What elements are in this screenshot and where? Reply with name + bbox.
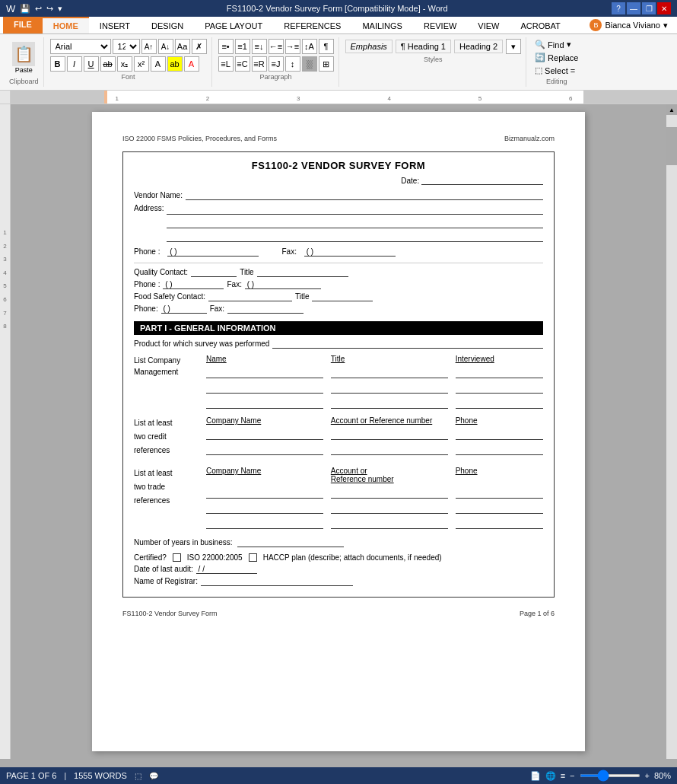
mgmt-title-2[interactable] (331, 383, 448, 394)
trade-company-2[interactable] (206, 503, 323, 514)
strikethrough-button[interactable]: ab (100, 56, 116, 72)
tab-mailings[interactable]: MAILINGS (351, 17, 413, 33)
vertical-scrollbar[interactable]: ▲ (666, 104, 677, 759)
text-effect-button[interactable]: A (151, 56, 166, 72)
font-color-button[interactable]: A (184, 56, 199, 72)
italic-button[interactable]: I (67, 56, 82, 72)
undo-icon[interactable]: ↩ (35, 4, 42, 13)
style-heading1[interactable]: ¶ Heading 1 (396, 40, 451, 53)
mgmt-title-3[interactable] (331, 398, 448, 409)
scroll-up-button[interactable]: ▲ (666, 104, 677, 115)
credit-phone-2[interactable] (456, 445, 543, 455)
credit-account-2[interactable] (331, 445, 448, 455)
decrease-indent-button[interactable]: ←≡ (269, 39, 284, 54)
font-shrink-button[interactable]: A↓ (158, 39, 173, 54)
quality-title-field[interactable] (257, 268, 348, 277)
tab-insert[interactable]: INSERT (89, 17, 141, 33)
tab-file[interactable]: FILE (3, 17, 43, 33)
credit-phone-1[interactable] (456, 429, 543, 440)
haccp-checkbox[interactable] (249, 553, 257, 562)
mgmt-interviewed-1[interactable] (456, 368, 543, 378)
align-right-button[interactable]: ≡R (252, 56, 267, 72)
help-icon[interactable]: ? (612, 2, 625, 14)
styles-more-button[interactable]: ▾ (506, 39, 521, 54)
iso-checkbox[interactable] (173, 553, 181, 562)
superscript-button[interactable]: x² (134, 56, 149, 72)
align-center-button[interactable]: ≡C (235, 56, 250, 72)
clear-format-button[interactable]: ✗ (192, 39, 207, 54)
increase-indent-button[interactable]: →≡ (285, 39, 300, 54)
trade-phone-1[interactable] (456, 488, 543, 499)
redo-icon[interactable]: ↪ (46, 4, 53, 13)
food-safety-field[interactable] (208, 292, 292, 301)
food-safety-title-field[interactable] (312, 292, 373, 301)
food-fax-field[interactable] (227, 304, 304, 314)
date-field[interactable] (421, 176, 543, 185)
shading-button[interactable]: ░ (302, 56, 317, 72)
mgmt-name-2[interactable] (206, 383, 323, 394)
show-hide-button[interactable]: ¶ (319, 39, 334, 54)
bullets-button[interactable]: ≡• (218, 39, 234, 54)
fax-field[interactable]: ( ) (304, 247, 396, 257)
select-button[interactable]: ⬚ Select = (532, 65, 580, 76)
trade-company-1[interactable] (206, 488, 323, 499)
sort-button[interactable]: ↕A (302, 39, 317, 54)
phone-field[interactable]: ( ) (167, 247, 259, 257)
justify-button[interactable]: ≡J (269, 56, 284, 72)
scroll-thumb[interactable] (666, 127, 677, 165)
underline-button[interactable]: U (84, 56, 99, 72)
mgmt-interviewed-2[interactable] (456, 383, 543, 394)
mgmt-title-1[interactable] (331, 368, 448, 378)
mgmt-name-1[interactable] (206, 368, 323, 378)
quality-phone-field[interactable]: ( ) (163, 280, 224, 289)
trade-account-1[interactable] (331, 488, 448, 499)
mgmt-name-3[interactable] (206, 398, 323, 409)
save-icon[interactable]: 💾 (20, 4, 30, 13)
line-spacing-button[interactable]: ↕ (285, 56, 300, 72)
trade-phone-2[interactable] (456, 503, 543, 514)
tab-acrobat[interactable]: ACROBAT (510, 17, 571, 33)
food-phone-field[interactable]: ( ) (161, 304, 207, 314)
left-indent-marker[interactable] (104, 91, 107, 104)
trade-phone-3[interactable] (456, 518, 543, 529)
highlight-button[interactable]: ab (167, 56, 183, 72)
tab-page-layout[interactable]: PAGE LAYOUT (194, 17, 273, 33)
credit-account-1[interactable] (331, 429, 448, 440)
address-line-1[interactable] (167, 204, 543, 215)
numbering-button[interactable]: ≡1 (235, 39, 250, 54)
tab-review[interactable]: REVIEW (413, 17, 467, 33)
bold-button[interactable]: B (50, 56, 65, 72)
borders-button[interactable]: ⊞ (319, 56, 334, 72)
years-field[interactable] (237, 538, 344, 547)
font-family-select[interactable]: Arial (50, 39, 111, 54)
paste-button[interactable]: 📋 Paste (12, 42, 35, 74)
audit-date-field[interactable]: / / (196, 565, 257, 574)
credit-company-1[interactable] (206, 429, 323, 440)
style-heading2[interactable]: Heading 2 (454, 40, 503, 53)
tab-view[interactable]: VIEW (467, 17, 510, 33)
replace-button[interactable]: 🔄 Replace (532, 52, 580, 63)
tab-references[interactable]: REFERENCES (273, 17, 351, 33)
tab-home[interactable]: HOME (43, 17, 89, 33)
registrar-field[interactable] (201, 577, 353, 586)
minimize-button[interactable]: — (627, 2, 640, 14)
address-line-3[interactable] (167, 231, 543, 242)
product-field[interactable] (272, 339, 543, 349)
quality-fax-field[interactable]: ( ) (245, 280, 321, 289)
vendor-name-field[interactable] (186, 191, 543, 200)
trade-account-3[interactable] (331, 518, 448, 529)
font-size-select[interactable]: 12 (113, 39, 140, 54)
multilevel-button[interactable]: ≡↓ (252, 39, 267, 54)
trade-account-2[interactable] (331, 503, 448, 514)
address-line-2[interactable] (167, 218, 543, 228)
change-case-button[interactable]: Aa (175, 39, 190, 54)
restore-button[interactable]: ❐ (642, 2, 656, 14)
user-dropdown-icon[interactable]: ▾ (663, 21, 668, 30)
credit-company-2[interactable] (206, 445, 323, 455)
mgmt-interviewed-3[interactable] (456, 398, 543, 409)
style-emphasis[interactable]: Emphasis (345, 40, 393, 53)
font-grow-button[interactable]: A↑ (141, 39, 157, 54)
find-button[interactable]: 🔍 Find ▾ (532, 39, 580, 50)
quality-contact-field[interactable] (191, 268, 237, 277)
align-left-button[interactable]: ≡L (218, 56, 234, 72)
